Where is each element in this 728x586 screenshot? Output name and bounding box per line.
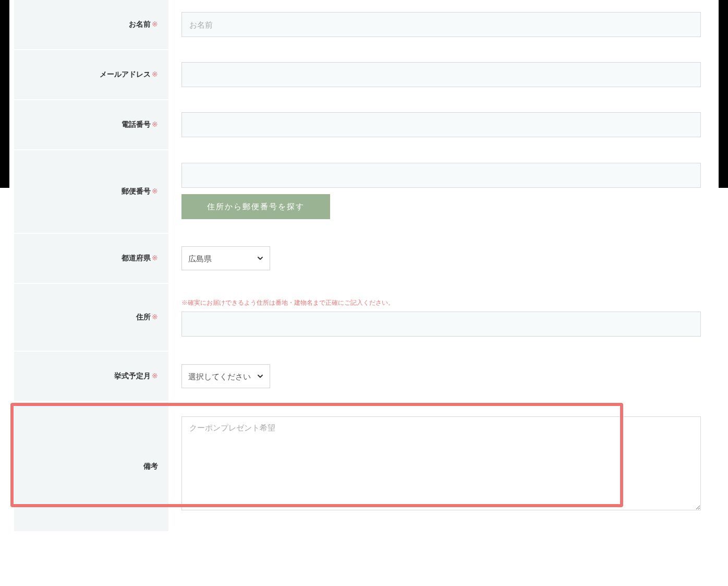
postal-lookup-button[interactable]: 住所から郵便番号を探す (181, 194, 330, 219)
input-cell-remarks (168, 402, 714, 531)
label-wedding-text: 挙式予定月 (114, 372, 151, 380)
required-mark: ※ (152, 70, 158, 78)
remarks-textarea[interactable] (181, 416, 701, 510)
label-cell-address: 住所※ (14, 284, 168, 351)
input-cell-address: ※確実にお届けできるよう住所は番地・建物名まで正確にご記入ください。 (168, 284, 714, 351)
required-mark: ※ (152, 120, 158, 128)
input-cell-prefecture: 広島県 (168, 234, 714, 283)
input-cell-phone (168, 100, 714, 149)
form-container: お名前※ メールアドレス※ 電話番号※ 郵便番 (14, 0, 714, 532)
form-row-wedding-month: 挙式予定月※ 選択してください (14, 352, 714, 402)
form-row-postal: 郵便番号※ 住所から郵便番号を探す (14, 150, 714, 234)
label-name: お名前※ (129, 20, 158, 29)
phone-input[interactable] (181, 112, 701, 137)
form-row-address: 住所※ ※確実にお届けできるよう住所は番地・建物名まで正確にご記入ください。 (14, 284, 714, 352)
address-help-text: ※確実にお届けできるよう住所は番地・建物名まで正確にご記入ください。 (181, 298, 701, 307)
required-mark: ※ (152, 20, 158, 28)
label-prefecture-text: 都道府県 (122, 254, 151, 262)
label-email: メールアドレス※ (100, 70, 158, 79)
decorative-bar-left (0, 0, 9, 188)
prefecture-select[interactable]: 広島県 (181, 246, 270, 270)
input-cell-name (168, 0, 714, 49)
label-prefecture: 都道府県※ (122, 254, 158, 263)
required-mark: ※ (152, 187, 158, 195)
label-phone: 電話番号※ (122, 120, 158, 129)
label-email-text: メールアドレス (100, 70, 151, 78)
form-row-name: お名前※ (14, 0, 714, 50)
required-mark: ※ (152, 254, 158, 262)
required-mark: ※ (152, 313, 158, 321)
label-postal-text: 郵便番号 (122, 187, 151, 195)
decorative-bar-right (719, 0, 728, 188)
postal-input[interactable] (181, 163, 701, 188)
label-cell-postal: 郵便番号※ (14, 150, 168, 233)
label-address-text: 住所 (136, 313, 151, 321)
form-row-email: メールアドレス※ (14, 50, 714, 100)
label-name-text: お名前 (129, 20, 151, 28)
label-cell-phone: 電話番号※ (14, 100, 168, 149)
required-mark: ※ (152, 372, 158, 380)
label-cell-name: お名前※ (14, 0, 168, 49)
label-remarks-text: 備考 (143, 462, 158, 470)
input-cell-wedding: 選択してください (168, 352, 714, 401)
form-row-remarks: 備考 (14, 402, 714, 532)
label-cell-prefecture: 都道府県※ (14, 234, 168, 283)
label-cell-remarks: 備考 (14, 402, 168, 531)
input-cell-email (168, 50, 714, 99)
input-cell-postal: 住所から郵便番号を探す (168, 150, 714, 233)
label-address: 住所※ (136, 313, 158, 322)
email-input[interactable] (181, 62, 701, 87)
address-input[interactable] (181, 312, 701, 337)
label-cell-email: メールアドレス※ (14, 50, 168, 99)
form-row-prefecture: 都道府県※ 広島県 (14, 234, 714, 284)
form-row-phone: 電話番号※ (14, 100, 714, 150)
name-input[interactable] (181, 12, 701, 37)
label-postal: 郵便番号※ (122, 187, 158, 196)
label-phone-text: 電話番号 (122, 120, 151, 128)
label-cell-wedding: 挙式予定月※ (14, 352, 168, 401)
label-wedding: 挙式予定月※ (114, 372, 158, 381)
label-remarks: 備考 (143, 462, 158, 471)
wedding-month-select[interactable]: 選択してください (181, 364, 270, 388)
